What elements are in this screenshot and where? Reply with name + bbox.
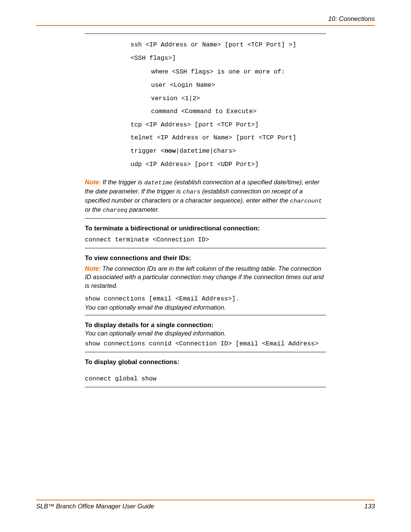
chapter-heading: 10: Connections [36,15,375,25]
section-terminate-head: To terminate a bidirectional or unidirec… [85,219,326,235]
note-text: If the trigger is [101,179,144,185]
code-text: |datetime|chars> [176,147,236,155]
code-line: where <SSH flags> is one or more of: [131,65,326,79]
cmd-terminate: connect terminate <Connection ID> [85,235,326,248]
code-text: <SSH flags> is one or more of: [168,68,285,75]
note-trigger: Note: If the trigger is datetime (establ… [85,176,326,218]
note-text: : The connection IDs are in the left col… [85,265,323,289]
code-line: udp <IP Address> [port <UDP Port>] [131,161,259,168]
page-number: 133 [364,503,375,510]
rule [85,387,326,387]
code-inline: chars [183,189,201,195]
code-line: telnet <IP Address or Name> [port <TCP P… [131,134,296,141]
code-inline: charcount [290,198,322,204]
tail-view: You can optionally email the displayed i… [85,303,326,315]
code-line: user <Login Name> [131,79,326,92]
code-line: tcp <IP Address> [port <TCP Port>] [131,121,259,128]
code-line: trigger <now|datetime|chars> [131,147,236,155]
code-line: command <Command to Execute> [131,105,326,118]
tail-single: You can optionally email the displayed i… [85,329,326,339]
footer-title: SLB™ Branch Office Manager User Guide [36,503,154,510]
code-line: ssh <IP Address or Name> [port <TCP Port… [131,41,296,48]
footer: SLB™ Branch Office Manager User Guide 13… [36,500,375,510]
content-area: ssh <IP Address or Name> [port <TCP Port… [36,26,326,387]
section-view-head: To view connections and their IDs: [85,248,326,264]
code-inline: datetime [144,179,172,186]
cmd-global: connect global show [85,368,326,387]
code-text: trigger < [131,147,164,155]
code-line: version <1|2> [131,92,326,105]
note-label: Note: [85,179,101,185]
cmd-show-connid: show connections connid <Connection ID> … [85,339,326,352]
code-line: <SSH flags>] [131,54,176,62]
note-view: Note: The connection IDs are in the left… [85,264,326,294]
code-bold: now [164,147,176,155]
note-text: parameter. [127,206,159,213]
note-label: Note [85,265,99,272]
section-global-head: To display global connections: [85,352,326,368]
note-text: or the [85,206,103,213]
syntax-block: ssh <IP Address or Name> [port <TCP Port… [85,34,326,176]
where-label: where [151,68,168,75]
section-single-head: To display details for a single connecti… [85,315,326,329]
code-inline: charseq [103,207,127,214]
footer-row: SLB™ Branch Office Manager User Guide 13… [36,500,375,510]
cmd-show-connections: show connections [email <Email Address>]… [85,294,326,303]
page: 10: Connections ssh <IP Address or Name>… [0,0,411,532]
